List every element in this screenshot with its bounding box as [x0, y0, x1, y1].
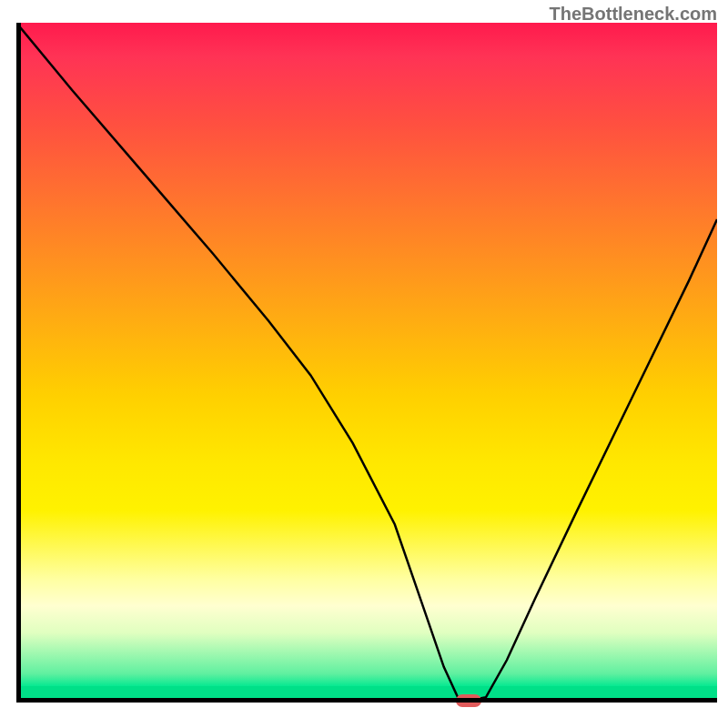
bottleneck-chart	[16, 23, 717, 723]
attribution-text: TheBottleneck.com	[550, 4, 717, 25]
plot-area	[16, 23, 717, 723]
x-axis	[16, 698, 717, 703]
bottleneck-curve-path	[16, 23, 717, 701]
curve-svg	[16, 23, 717, 723]
y-axis	[16, 23, 21, 703]
